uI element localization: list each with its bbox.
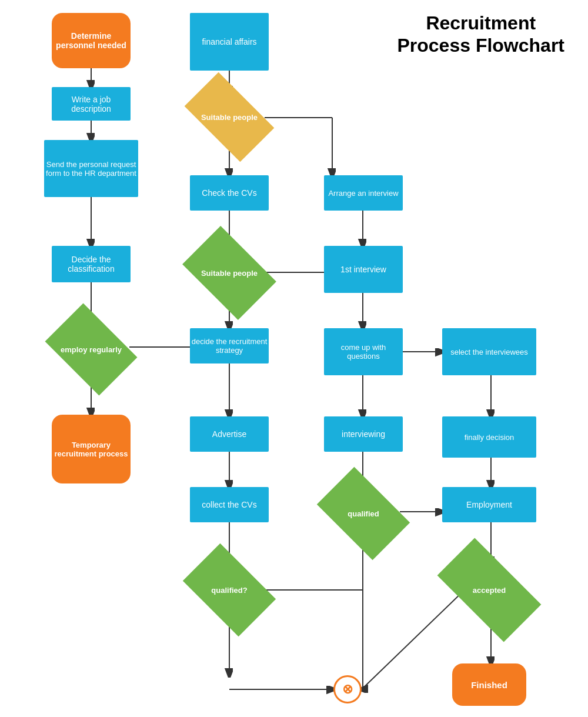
check-cvs-node: Check the CVs	[190, 175, 269, 211]
advertise-node: Advertise	[190, 416, 269, 452]
suitable1-diamond: Suitable people	[190, 93, 269, 141]
financial-node: financial affairs	[190, 13, 269, 71]
decide-recruitment-node: decide the recruitment strategy	[190, 328, 269, 363]
qualified1-diamond: qualified?	[190, 563, 269, 616]
collect-cvs-node: collect the CVs	[190, 487, 269, 522]
first-interview-node: 1st interview	[324, 246, 403, 293]
cancel-node: ⊗	[333, 675, 362, 703]
select-node: select the interviewees	[442, 328, 536, 375]
come-up-node: come up with questions	[324, 328, 403, 375]
send-personal-node: Send the personal request form to the HR…	[44, 140, 138, 197]
interviewing-node: interviewing	[324, 416, 403, 452]
page-title: RecruitmentProcess Flowchart	[397, 12, 564, 57]
accepted-diamond: accepted	[442, 563, 536, 616]
decide-class-node: Decide the classification	[52, 246, 131, 282]
finished-node: Finished	[452, 663, 526, 706]
suitable2-diamond: Suitable people	[190, 246, 269, 300]
write-job-node: Write a job description	[52, 87, 131, 121]
flowchart: RecruitmentProcess Flowchart	[0, 0, 588, 717]
employment-node: Employment	[442, 487, 536, 522]
finally-node: finally decision	[442, 416, 536, 458]
temporary-node: Temporary recruitment process	[52, 415, 131, 483]
employ-regularly-diamond: employ regularly	[53, 322, 129, 376]
determine-node: Determine personnel needed	[52, 13, 131, 68]
qualified2-diamond: qualified	[324, 487, 403, 540]
arrange-node: Arrange an interview	[324, 175, 403, 211]
